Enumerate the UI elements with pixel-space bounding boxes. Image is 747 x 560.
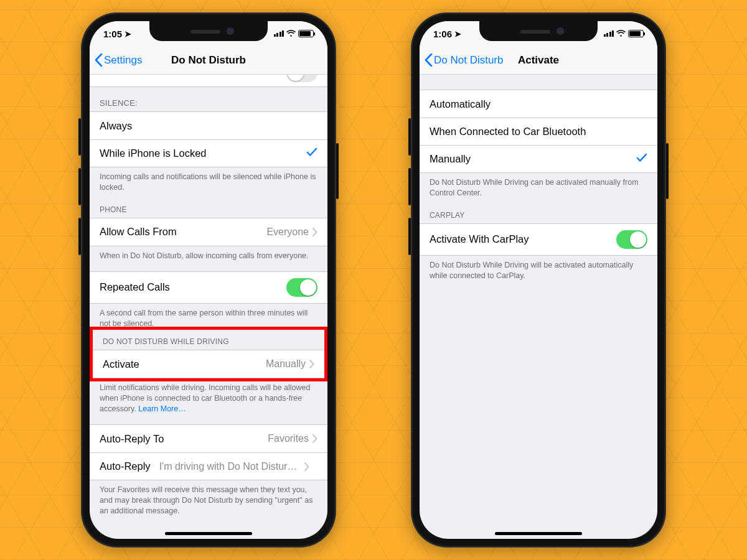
scheduled-switch[interactable] — [286, 75, 317, 82]
notch — [149, 21, 268, 41]
carplay-list: Activate With CarPlay — [420, 223, 657, 256]
repeated-calls-row[interactable]: Repeated Calls — [90, 272, 327, 303]
option-manually[interactable]: Manually — [420, 145, 657, 172]
activate-row[interactable]: Activate Manually — [93, 350, 324, 378]
phone-left: 1:05 ➤ Settings Do Not Disturb — [81, 12, 336, 548]
back-button[interactable]: Do Not Disturb — [420, 54, 503, 67]
phone-header: PHONE — [90, 194, 327, 218]
notch — [479, 21, 598, 41]
activate-footer: Limit notifications while driving. Incom… — [90, 378, 327, 416]
learn-more-link[interactable]: Learn More… — [138, 404, 186, 413]
home-indicator — [165, 532, 252, 535]
nav-bar: Settings Do Not Disturb — [90, 46, 327, 75]
autoreply-row[interactable]: Auto-Reply I'm driving with Do Not Distu… — [90, 452, 327, 480]
carplay-row[interactable]: Activate With CarPlay — [420, 224, 657, 255]
battery-icon — [298, 30, 314, 37]
home-indicator — [495, 532, 582, 535]
battery-icon — [628, 30, 644, 37]
chevron-right-icon — [304, 462, 309, 471]
silence-option-always[interactable]: Always — [90, 112, 327, 139]
chevron-right-icon — [309, 360, 314, 368]
back-button[interactable]: Settings — [90, 54, 142, 67]
carplay-footer: Do Not Disturb While Driving will be act… — [420, 256, 657, 282]
chevron-left-icon — [95, 54, 103, 67]
option-automatically[interactable]: Automatically — [420, 90, 657, 118]
silence-option-locked[interactable]: While iPhone is Locked — [90, 139, 327, 167]
silence-list: Always While iPhone is Locked — [90, 111, 327, 167]
silence-footer: Incoming calls and notifications will be… — [90, 167, 327, 194]
phone-right: 1:06 ➤ Do Not Disturb Activate — [411, 12, 666, 548]
activate-content[interactable]: Automatically When Connected to Car Blue… — [420, 75, 657, 539]
cellular-icon — [274, 30, 284, 37]
carplay-header: CARPLAY — [420, 200, 657, 223]
cellular-icon — [604, 30, 614, 37]
options-footer: Do Not Disturb While Driving can be acti… — [420, 173, 657, 200]
wifi-icon — [616, 30, 626, 37]
status-time: 1:05 — [103, 29, 122, 39]
highlight-box: DO NOT DISTURB WHILE DRIVING Activate Ma… — [90, 327, 327, 381]
repeated-footer: A second call from the same person withi… — [90, 304, 327, 330]
location-icon: ➤ — [125, 29, 131, 39]
screen-left: 1:05 ➤ Settings Do Not Disturb — [90, 21, 327, 539]
silence-header: SILENCE: — [90, 87, 327, 111]
scheduled-row-partial[interactable] — [90, 75, 327, 87]
allow-calls-list: Allow Calls From Everyone — [90, 218, 327, 246]
autoreply-list: Auto-Reply To Favorites Auto-Reply I'm d… — [90, 424, 327, 480]
chevron-right-icon — [312, 434, 317, 443]
autoreply-to-row[interactable]: Auto-Reply To Favorites — [90, 425, 327, 452]
allow-calls-row[interactable]: Allow Calls From Everyone — [90, 218, 327, 246]
status-time: 1:06 — [433, 29, 452, 39]
checkmark-icon — [306, 147, 317, 161]
back-label: Settings — [104, 54, 142, 67]
chevron-right-icon — [312, 228, 317, 236]
nav-bar: Do Not Disturb Activate — [420, 46, 657, 75]
repeated-list: Repeated Calls — [90, 271, 327, 304]
settings-content[interactable]: SILENCE: Always While iPhone is Locked I… — [90, 75, 327, 539]
allow-calls-footer: When in Do Not Disturb, allow incoming c… — [90, 246, 327, 263]
checkmark-icon — [636, 152, 647, 166]
back-label: Do Not Disturb — [434, 54, 503, 67]
location-icon: ➤ — [454, 29, 461, 39]
screen-right: 1:06 ➤ Do Not Disturb Activate — [420, 21, 657, 539]
dndwd-header: DO NOT DISTURB WHILE DRIVING — [93, 330, 324, 350]
wifi-icon — [286, 30, 296, 37]
autoreply-footer: Your Favorites will receive this message… — [90, 480, 327, 518]
option-car-bluetooth[interactable]: When Connected to Car Bluetooth — [420, 118, 657, 145]
activate-options-list: Automatically When Connected to Car Blue… — [420, 90, 657, 173]
activate-list: Activate Manually — [93, 350, 324, 378]
carplay-switch[interactable] — [616, 230, 647, 249]
chevron-left-icon — [425, 54, 433, 67]
stage: 1:05 ➤ Settings Do Not Disturb — [0, 0, 747, 560]
repeated-calls-switch[interactable] — [286, 278, 317, 297]
